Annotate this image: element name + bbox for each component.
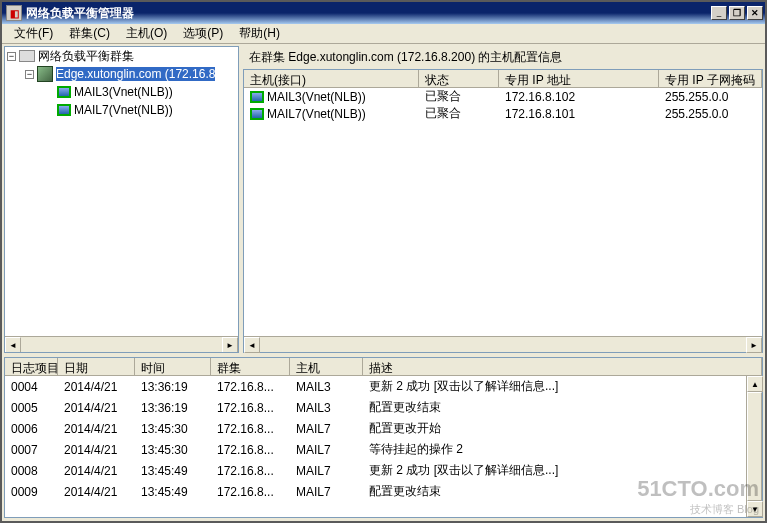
menu-help[interactable]: 帮助(H) xyxy=(231,23,288,44)
menu-file[interactable]: 文件(F) xyxy=(6,23,61,44)
cell-cluster: 172.16.8... xyxy=(211,441,290,459)
detail-hscroll[interactable]: ◄ ► xyxy=(244,336,762,352)
scroll-up-icon[interactable]: ▲ xyxy=(747,376,763,392)
scroll-down-icon[interactable]: ▼ xyxy=(747,501,763,517)
menu-options[interactable]: 选项(P) xyxy=(175,23,231,44)
cell-cluster: 172.16.8... xyxy=(211,378,290,396)
detail-panel: 在群集 Edge.xutonglin.com (172.16.8.200) 的主… xyxy=(243,46,763,353)
list-item[interactable]: MAIL7(Vnet(NLB)) 已聚合 172.16.8.101 255.25… xyxy=(244,105,762,122)
cell-time: 13:45:49 xyxy=(135,483,211,501)
detail-caption: 在群集 Edge.xutonglin.com (172.16.8.200) 的主… xyxy=(243,46,763,69)
col-host[interactable]: 主机 xyxy=(290,358,363,375)
log-row[interactable]: 0005 2014/4/21 13:36:19 172.16.8... MAIL… xyxy=(5,397,762,418)
close-button[interactable]: ✕ xyxy=(747,6,763,20)
list-item[interactable]: MAIL3(Vnet(NLB)) 已聚合 172.16.8.102 255.25… xyxy=(244,88,762,105)
cell-date: 2014/4/21 xyxy=(58,399,135,417)
log-row[interactable]: 0004 2014/4/21 13:36:19 172.16.8... MAIL… xyxy=(5,376,762,397)
cell-entry: 0009 xyxy=(5,483,58,501)
titlebar[interactable]: ◧ 网络负载平衡管理器 _ ❐ ✕ xyxy=(2,2,765,24)
cell-interface: MAIL7(Vnet(NLB)) xyxy=(267,107,366,121)
cell-host: MAIL7 xyxy=(290,420,363,438)
menu-host[interactable]: 主机(O) xyxy=(118,23,175,44)
tree-host[interactable]: MAIL3(Vnet(NLB)) xyxy=(74,85,173,99)
cell-host: MAIL3 xyxy=(290,378,363,396)
col-cluster[interactable]: 群集 xyxy=(211,358,290,375)
col-interface[interactable]: 主机(接口) xyxy=(244,70,419,87)
cell-status: 已聚合 xyxy=(419,104,499,123)
cell-date: 2014/4/21 xyxy=(58,441,135,459)
col-desc[interactable]: 描述 xyxy=(363,358,762,375)
cell-cluster: 172.16.8... xyxy=(211,462,290,480)
cell-host: MAIL7 xyxy=(290,462,363,480)
col-date[interactable]: 日期 xyxy=(58,358,135,375)
scroll-right-icon[interactable]: ► xyxy=(746,337,762,353)
cluster-icon xyxy=(37,66,53,82)
cell-date: 2014/4/21 xyxy=(58,462,135,480)
restore-button[interactable]: ❐ xyxy=(729,6,745,20)
scroll-left-icon[interactable]: ◄ xyxy=(5,337,21,353)
tree-hscroll[interactable]: ◄ ► xyxy=(5,336,238,352)
host-icon xyxy=(57,104,71,116)
col-ip[interactable]: 专用 IP 地址 xyxy=(499,70,659,87)
col-mask[interactable]: 专用 IP 子网掩码 xyxy=(659,70,762,87)
cell-entry: 0008 xyxy=(5,462,58,480)
cell-time: 13:45:49 xyxy=(135,462,211,480)
log-row[interactable]: 0008 2014/4/21 13:45:49 172.16.8... MAIL… xyxy=(5,460,762,481)
tree-cluster[interactable]: Edge.xutonglin.com (172.16.8 xyxy=(56,67,215,81)
tree-root[interactable]: 网络负载平衡群集 xyxy=(38,48,134,65)
col-status[interactable]: 状态 xyxy=(419,70,499,87)
log-panel[interactable]: 日志项目 日期 时间 群集 主机 描述 0004 2014/4/21 13:36… xyxy=(4,357,763,518)
menubar: 文件(F) 群集(C) 主机(O) 选项(P) 帮助(H) xyxy=(2,24,765,44)
log-row[interactable]: 0006 2014/4/21 13:45:30 172.16.8... MAIL… xyxy=(5,418,762,439)
cell-ip: 172.16.8.102 xyxy=(499,89,659,105)
cell-cluster: 172.16.8... xyxy=(211,420,290,438)
cell-entry: 0007 xyxy=(5,441,58,459)
cell-host: MAIL3 xyxy=(290,399,363,417)
cell-cluster: 172.16.8... xyxy=(211,483,290,501)
cell-desc: 更新 2 成功 [双击以了解详细信息...] xyxy=(363,460,762,481)
cell-date: 2014/4/21 xyxy=(58,483,135,501)
scroll-left-icon[interactable]: ◄ xyxy=(244,337,260,353)
log-vscroll[interactable]: ▲ ▼ xyxy=(746,376,762,517)
cell-desc: 配置更改结束 xyxy=(363,481,762,502)
cell-cluster: 172.16.8... xyxy=(211,399,290,417)
cell-time: 13:36:19 xyxy=(135,399,211,417)
cell-date: 2014/4/21 xyxy=(58,378,135,396)
minimize-button[interactable]: _ xyxy=(711,6,727,20)
cell-ip: 172.16.8.101 xyxy=(499,106,659,122)
cell-desc: 配置更改结束 xyxy=(363,397,762,418)
cell-mask: 255.255.0.0 xyxy=(659,89,762,105)
tree-panel[interactable]: − 网络负载平衡群集 − Edge.xutonglin.com (172.16.… xyxy=(4,46,239,353)
host-icon xyxy=(250,108,264,120)
menu-cluster[interactable]: 群集(C) xyxy=(61,23,118,44)
tree-host[interactable]: MAIL7(Vnet(NLB)) xyxy=(74,103,173,117)
cell-entry: 0006 xyxy=(5,420,58,438)
col-entry[interactable]: 日志项目 xyxy=(5,358,58,375)
cell-entry: 0004 xyxy=(5,378,58,396)
clusters-root-icon xyxy=(19,50,35,62)
app-icon: ◧ xyxy=(6,5,22,21)
cell-time: 13:45:30 xyxy=(135,420,211,438)
cell-mask: 255.255.0.0 xyxy=(659,106,762,122)
cell-desc: 更新 2 成功 [双击以了解详细信息...] xyxy=(363,376,762,397)
cell-date: 2014/4/21 xyxy=(58,420,135,438)
scroll-thumb[interactable] xyxy=(747,392,762,501)
cell-time: 13:45:30 xyxy=(135,441,211,459)
cell-host: MAIL7 xyxy=(290,441,363,459)
log-row[interactable]: 0009 2014/4/21 13:45:49 172.16.8... MAIL… xyxy=(5,481,762,502)
col-time[interactable]: 时间 xyxy=(135,358,211,375)
scroll-right-icon[interactable]: ► xyxy=(222,337,238,353)
cell-entry: 0005 xyxy=(5,399,58,417)
cell-time: 13:36:19 xyxy=(135,378,211,396)
window-title: 网络负载平衡管理器 xyxy=(26,5,711,22)
cell-interface: MAIL3(Vnet(NLB)) xyxy=(267,90,366,104)
log-row[interactable]: 0007 2014/4/21 13:45:30 172.16.8... MAIL… xyxy=(5,439,762,460)
host-icon xyxy=(57,86,71,98)
expander-icon[interactable]: − xyxy=(25,70,34,79)
host-list[interactable]: 主机(接口) 状态 专用 IP 地址 专用 IP 子网掩码 MAIL3(Vnet… xyxy=(243,69,763,353)
cell-desc: 等待挂起的操作 2 xyxy=(363,439,762,460)
host-icon xyxy=(250,91,264,103)
cell-desc: 配置更改开始 xyxy=(363,418,762,439)
cell-host: MAIL7 xyxy=(290,483,363,501)
expander-icon[interactable]: − xyxy=(7,52,16,61)
